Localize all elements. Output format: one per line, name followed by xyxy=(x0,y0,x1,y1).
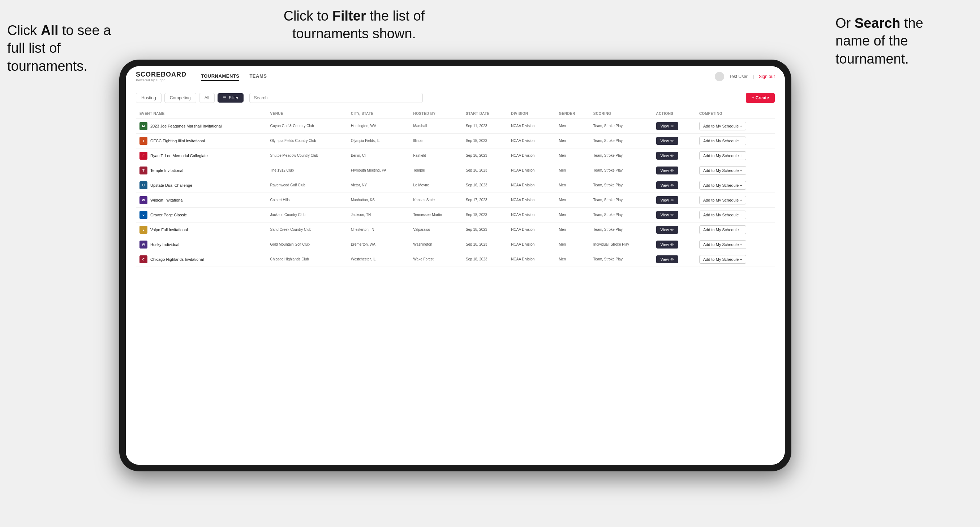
view-button[interactable]: View 👁 xyxy=(656,181,679,189)
actions-cell: View 👁 xyxy=(652,119,695,133)
user-name: Test User xyxy=(729,74,748,79)
competing-cell: Add to My Schedule + xyxy=(695,208,775,222)
col-scoring: SCORING xyxy=(590,109,652,119)
event-name: Chicago Highlands Invitational xyxy=(150,257,204,262)
logo-text: SCOREBOARD xyxy=(136,71,186,78)
view-button[interactable]: View 👁 xyxy=(656,152,679,160)
pipe-separator: | xyxy=(753,74,754,79)
eye-icon: 👁 xyxy=(670,228,674,232)
city-state-cell: Plymouth Meeting, PA xyxy=(347,163,410,178)
event-name-cell: U Upstate Dual Challenge xyxy=(136,178,267,193)
start-date-cell: Sep 18, 2023 xyxy=(462,208,508,222)
gender-cell: Men xyxy=(555,119,590,133)
division-cell: NCAA Division I xyxy=(508,178,555,193)
search-input[interactable] xyxy=(249,93,423,103)
nav-tournaments[interactable]: TOURNAMENTS xyxy=(201,72,239,81)
event-logo: V xyxy=(140,211,148,219)
start-date-cell: Sep 11, 2023 xyxy=(462,119,508,133)
hosting-filter-btn[interactable]: Hosting xyxy=(136,93,162,103)
event-logo: F xyxy=(140,152,148,160)
event-name-cell: W Husky Individual xyxy=(136,237,267,252)
filter-icon: ☰ xyxy=(223,95,227,100)
all-filter-btn[interactable]: All xyxy=(199,93,215,103)
add-schedule-button[interactable]: Add to My Schedule + xyxy=(699,166,746,175)
competing-cell: Add to My Schedule + xyxy=(695,133,775,148)
hosted-by-cell: Illinois xyxy=(410,133,462,148)
venue-cell: Shuttle Meadow Country Club xyxy=(267,148,347,163)
venue-cell: Gold Mountain Golf Club xyxy=(267,237,347,252)
view-button[interactable]: View 👁 xyxy=(656,211,679,219)
actions-cell: View 👁 xyxy=(652,178,695,193)
col-hosted-by: HOSTED BY xyxy=(410,109,462,119)
add-schedule-button[interactable]: Add to My Schedule + xyxy=(699,211,746,219)
scoring-cell: Team, Stroke Play xyxy=(590,208,652,222)
col-event-name: EVENT NAME xyxy=(136,109,267,119)
start-date-cell: Sep 15, 2023 xyxy=(462,133,508,148)
event-name: OFCC Fighting Illini Invitational xyxy=(150,139,205,143)
city-state-cell: Manhattan, KS xyxy=(347,193,410,208)
annotation-topright: Or Search thename of thetournament. xyxy=(835,14,973,68)
signout-link[interactable]: Sign out xyxy=(759,74,775,79)
start-date-cell: Sep 16, 2023 xyxy=(462,148,508,163)
table-row: M 2023 Joe Feaganes Marshall Invitationa… xyxy=(136,119,775,133)
event-name-cell: V Grover Page Classic xyxy=(136,208,267,222)
eye-icon: 👁 xyxy=(670,243,674,247)
view-button[interactable]: View 👁 xyxy=(656,196,679,204)
actions-cell: View 👁 xyxy=(652,237,695,252)
hosted-by-cell: Kansas State xyxy=(410,193,462,208)
venue-cell: Olympia Fields Country Club xyxy=(267,133,347,148)
hosted-by-cell: Le Moyne xyxy=(410,178,462,193)
add-schedule-button[interactable]: Add to My Schedule + xyxy=(699,255,746,264)
view-button[interactable]: View 👁 xyxy=(656,256,679,264)
venue-cell: Jackson Country Club xyxy=(267,208,347,222)
venue-cell: Colbert Hills xyxy=(267,193,347,208)
venue-cell: Chicago Highlands Club xyxy=(267,252,347,267)
add-schedule-button[interactable]: Add to My Schedule + xyxy=(699,196,746,205)
filter-btn[interactable]: ☰ Filter xyxy=(218,93,243,103)
create-btn[interactable]: + Create xyxy=(746,93,775,103)
filter-bar: Hosting Competing All ☰ Filter + Create xyxy=(136,93,775,103)
view-button[interactable]: View 👁 xyxy=(656,122,679,130)
tablet-screen: SCOREBOARD Powered by clippd TOURNAMENTS… xyxy=(126,66,785,465)
actions-cell: View 👁 xyxy=(652,252,695,267)
hosted-by-cell: Washington xyxy=(410,237,462,252)
scoring-cell: Individual, Stroke Play xyxy=(590,237,652,252)
col-city-state: CITY, STATE xyxy=(347,109,410,119)
start-date-cell: Sep 16, 2023 xyxy=(462,163,508,178)
event-logo: M xyxy=(140,122,148,130)
header-right: Test User | Sign out xyxy=(715,72,775,81)
event-name: Upstate Dual Challenge xyxy=(150,183,192,187)
gender-cell: Men xyxy=(555,178,590,193)
city-state-cell: Westchester, IL xyxy=(347,252,410,267)
hosted-by-cell: Wake Forest xyxy=(410,252,462,267)
table-row: T Temple Invitational The 1912 Club Plym… xyxy=(136,163,775,178)
view-button[interactable]: View 👁 xyxy=(656,137,679,145)
gender-cell: Men xyxy=(555,193,590,208)
division-cell: NCAA Division I xyxy=(508,163,555,178)
add-schedule-button[interactable]: Add to My Schedule + xyxy=(699,151,746,160)
start-date-cell: Sep 18, 2023 xyxy=(462,252,508,267)
add-schedule-button[interactable]: Add to My Schedule + xyxy=(699,225,746,234)
add-schedule-button[interactable]: Add to My Schedule + xyxy=(699,137,746,145)
actions-cell: View 👁 xyxy=(652,133,695,148)
eye-icon: 👁 xyxy=(670,169,674,173)
nav-teams[interactable]: TEAMS xyxy=(249,72,267,81)
table-row: V Valpo Fall Invitational Sand Creek Cou… xyxy=(136,222,775,237)
view-button[interactable]: View 👁 xyxy=(656,226,679,234)
event-name-cell: C Chicago Highlands Invitational xyxy=(136,252,267,267)
event-name: 2023 Joe Feaganes Marshall Invitational xyxy=(150,124,222,128)
col-actions: ACTIONS xyxy=(652,109,695,119)
view-button[interactable]: View 👁 xyxy=(656,167,679,175)
add-schedule-button[interactable]: Add to My Schedule + xyxy=(699,240,746,249)
add-schedule-button[interactable]: Add to My Schedule + xyxy=(699,122,746,130)
add-schedule-button[interactable]: Add to My Schedule + xyxy=(699,181,746,190)
view-button[interactable]: View 👁 xyxy=(656,241,679,249)
scoring-cell: Team, Stroke Play xyxy=(590,148,652,163)
table-body: M 2023 Joe Feaganes Marshall Invitationa… xyxy=(136,119,775,267)
competing-filter-btn[interactable]: Competing xyxy=(164,93,196,103)
gender-cell: Men xyxy=(555,252,590,267)
venue-cell: Guyan Golf & Country Club xyxy=(267,119,347,133)
col-competing: COMPETING xyxy=(695,109,775,119)
division-cell: NCAA Division I xyxy=(508,148,555,163)
table-row: I OFCC Fighting Illini Invitational Olym… xyxy=(136,133,775,148)
